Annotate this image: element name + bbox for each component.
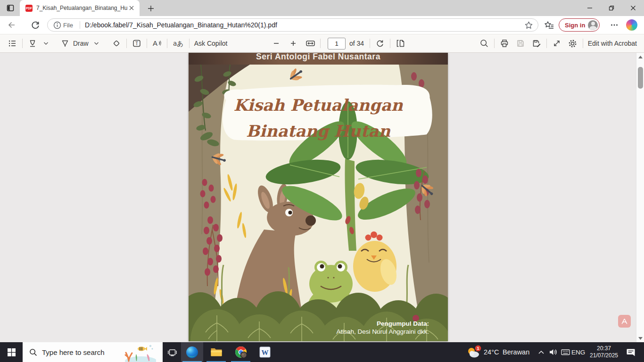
divider [583, 39, 583, 48]
favorite-star-icon[interactable] [524, 21, 533, 30]
page-count-label: of 34 [349, 40, 364, 47]
highlight-button[interactable] [26, 36, 39, 50]
refresh-icon [31, 20, 40, 30]
ask-copilot-button[interactable]: Ask Copilot [193, 36, 229, 50]
pdf-favicon: PDF [25, 5, 33, 12]
favorites-hub-button[interactable] [542, 18, 556, 32]
fit-width-icon [305, 39, 315, 48]
highlighter-icon [28, 39, 37, 48]
taskbar-word-button[interactable]: W [254, 342, 276, 362]
copilot-button[interactable] [626, 19, 637, 31]
chevron-down-icon [94, 41, 99, 45]
url-field[interactable]: File D:/ebook.fabel/7_Kisah_Petualangan_… [47, 18, 538, 32]
search-icon [479, 39, 489, 48]
scroll-down-button[interactable] [636, 334, 644, 342]
weather-temperature[interactable]: 24°C [484, 342, 499, 362]
new-tab-button[interactable] [145, 3, 157, 14]
language-indicator[interactable]: ENG [571, 342, 585, 362]
add-text-button[interactable]: T [130, 36, 143, 50]
print-icon [500, 39, 509, 48]
fullscreen-button[interactable] [550, 36, 563, 50]
minus-icon [273, 40, 280, 47]
print-button[interactable] [498, 36, 511, 50]
page-number-input[interactable] [328, 38, 346, 49]
taskbar-edge-button[interactable] [181, 342, 203, 362]
chevron-down-icon [43, 41, 49, 45]
vertical-scrollbar[interactable] [636, 53, 644, 342]
back-button[interactable] [5, 18, 19, 32]
book-title-line2: Binatang Hutan [189, 118, 448, 144]
weather-condition[interactable]: Berawan [503, 342, 529, 362]
tab-bar: PDF 7_Kisah_Petualangan_Binatang_Hu [0, 0, 644, 16]
divider [167, 39, 167, 48]
save-as-icon [532, 39, 541, 48]
tab-actions-menu-button[interactable] [4, 2, 17, 14]
highlight-dropdown[interactable] [39, 36, 52, 50]
erase-button[interactable] [110, 36, 123, 50]
favorites-list-icon [545, 20, 554, 30]
task-view-button[interactable] [164, 342, 181, 362]
pdf-settings-button[interactable] [566, 36, 579, 50]
file-explorer-icon [210, 346, 223, 358]
close-window-button[interactable] [622, 0, 644, 16]
clock[interactable]: 20:37 21/07/2025 [587, 342, 620, 362]
table-of-contents-button[interactable] [6, 36, 19, 50]
refresh-button[interactable] [28, 18, 42, 32]
draw-button[interactable]: Draw [59, 36, 90, 50]
touch-keyboard-button[interactable] [559, 342, 571, 362]
search-document-button[interactable] [478, 36, 491, 50]
word-logo-icon: W [259, 346, 271, 358]
search-input[interactable] [42, 348, 122, 356]
taskbar-file-explorer-button[interactable] [205, 342, 227, 362]
windows-taskbar: W 1 24°C Berawan ENG 20:37 21/07/2025 [0, 342, 644, 362]
pdf-viewer-canvas[interactable]: Seri Antologi Fabel Nusantara [0, 53, 644, 342]
scroll-up-button[interactable] [636, 53, 644, 61]
action-center-button[interactable] [623, 342, 638, 362]
ellipsis-icon [610, 21, 619, 29]
svg-text:T: T [135, 41, 138, 46]
draw-dropdown[interactable] [90, 36, 103, 50]
zoom-in-button[interactable] [287, 36, 300, 50]
tab-title: 7_Kisah_Petualangan_Binatang_Hu [36, 5, 127, 11]
search-highlights-art[interactable] [122, 342, 156, 362]
browser-tab[interactable]: PDF 7_Kisah_Petualangan_Binatang_Hu [20, 0, 140, 16]
show-hidden-icons-button[interactable] [536, 342, 547, 362]
tab-close-button[interactable] [127, 4, 136, 12]
divider [390, 39, 390, 48]
table-of-contents-icon [8, 39, 17, 48]
divider [494, 39, 495, 48]
divider [189, 39, 190, 48]
svg-text:aあ: aあ [173, 40, 183, 47]
acrobat-floating-button[interactable] [618, 315, 631, 328]
touch-keyboard-icon [561, 348, 570, 356]
page-view-icon [396, 39, 405, 48]
fit-to-width-button[interactable] [304, 36, 317, 50]
series-banner: Seri Antologi Fabel Nusantara [189, 53, 448, 65]
sign-in-label: Sign in [565, 22, 585, 29]
taskbar-search-box[interactable] [23, 342, 163, 362]
rotate-button[interactable] [373, 36, 387, 50]
taskbar-chrome-button[interactable] [230, 342, 252, 362]
volume-button[interactable] [547, 342, 559, 362]
plus-icon [290, 40, 297, 47]
translate-button[interactable]: aあ [171, 36, 186, 50]
start-button[interactable] [0, 342, 23, 362]
save-as-button[interactable] [530, 36, 543, 50]
zoom-out-button[interactable] [270, 36, 283, 50]
windows-logo-icon [8, 348, 16, 356]
task-view-icon [168, 348, 177, 356]
info-icon[interactable] [53, 21, 61, 29]
scrollbar-thumb[interactable] [638, 67, 643, 89]
minimize-button[interactable] [579, 0, 601, 16]
sign-in-button[interactable]: Sign in [559, 18, 600, 32]
credit-heading: Pengumpul Data: [336, 320, 429, 328]
divider [147, 39, 147, 48]
profile-avatar [588, 20, 598, 30]
read-aloud-button[interactable]: A [150, 36, 164, 50]
settings-and-more-button[interactable] [607, 18, 621, 32]
weather-widget-icon[interactable]: 1 [464, 342, 483, 362]
weather-cloud-sun-icon: 1 [466, 345, 481, 359]
edit-with-acrobat-button[interactable]: Edit with Acrobat [586, 36, 638, 50]
restore-button[interactable] [601, 0, 622, 16]
page-view-button[interactable] [394, 36, 407, 50]
